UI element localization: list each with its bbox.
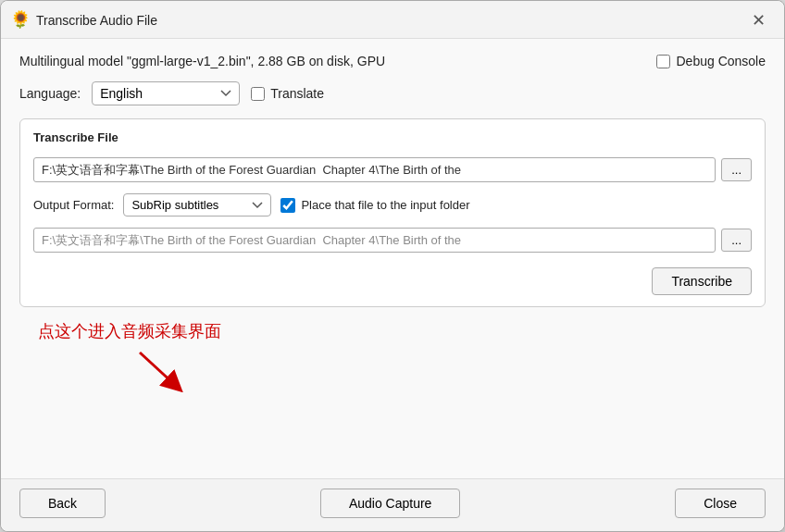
translate-area: Translate	[251, 86, 324, 101]
input-file-path-row: ...	[33, 157, 752, 182]
translate-label[interactable]: Translate	[270, 86, 324, 101]
transcribe-btn-row: Transcribe	[33, 267, 752, 295]
translate-checkbox[interactable]	[251, 87, 265, 101]
annotation-text: 点这个进入音频采集界面	[38, 320, 221, 342]
svg-line-1	[140, 353, 175, 385]
place-folder-checkbox[interactable]	[280, 198, 295, 213]
dialog-title: Transcribe Audio File	[36, 13, 746, 28]
output-file-path[interactable]	[33, 228, 716, 253]
debug-console-area: Debug Console	[656, 54, 766, 68]
transcribe-file-title: Transcribe File	[33, 130, 752, 144]
output-file-path-row: ...	[33, 228, 752, 253]
place-folder-label[interactable]: Place that file to the input folder	[301, 198, 469, 212]
language-select[interactable]: English Chinese French Spanish German Ja…	[92, 81, 240, 105]
input-file-path[interactable]	[33, 157, 716, 182]
transcribe-file-box: Transcribe File ... Output Format: SubRi…	[19, 118, 766, 307]
transcribe-button[interactable]: Transcribe	[652, 267, 752, 295]
close-button[interactable]: Close	[675, 489, 766, 518]
model-info-label: Multilingual model "ggml-large-v1_2.bin"…	[19, 54, 385, 68]
annotation-arrow	[131, 348, 186, 397]
output-browse-button[interactable]: ...	[721, 229, 752, 252]
input-browse-button[interactable]: ...	[721, 158, 752, 181]
annotation-area: 点这个进入音频采集界面	[19, 316, 766, 397]
dialog-transcribe-audio: 🌻 Transcribe Audio File ✕ Multilingual m…	[0, 0, 785, 532]
debug-console-checkbox[interactable]	[656, 55, 670, 68]
dialog-body: Multilingual model "ggml-large-v1_2.bin"…	[1, 39, 784, 478]
output-format-select[interactable]: SubRip subtitles WebVTT Plain text JSON	[123, 193, 271, 217]
top-row: Multilingual model "ggml-large-v1_2.bin"…	[19, 54, 766, 68]
language-row: Language: English Chinese French Spanish…	[19, 81, 766, 105]
place-folder-area: Place that file to the input folder	[280, 198, 469, 213]
output-format-label: Output Format:	[33, 198, 114, 212]
language-label: Language:	[19, 86, 81, 101]
output-format-row: Output Format: SubRip subtitles WebVTT P…	[33, 193, 752, 217]
debug-console-label[interactable]: Debug Console	[676, 54, 766, 68]
back-button[interactable]: Back	[19, 489, 106, 518]
close-window-button[interactable]: ✕	[746, 10, 771, 31]
app-icon: 🌻	[10, 11, 29, 30]
audio-capture-button[interactable]: Audio Capture	[320, 489, 461, 518]
title-bar: 🌻 Transcribe Audio File ✕	[1, 1, 784, 39]
bottom-bar: Back Audio Capture Close	[1, 478, 784, 531]
